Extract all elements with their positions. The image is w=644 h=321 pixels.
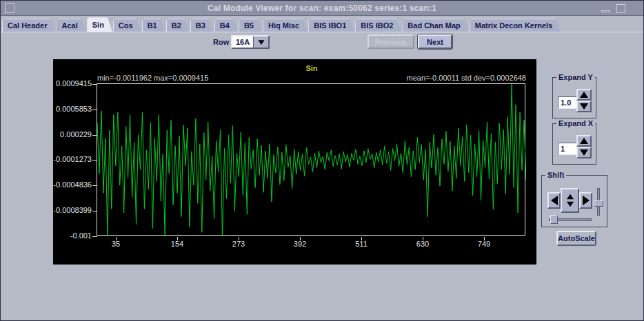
x-axis-label: 630: [409, 240, 436, 248]
y-tick-mark: [92, 160, 97, 160]
tab-bad-chan-map[interactable]: Bad Chan Map: [402, 19, 468, 32]
right-arrow-icon: [583, 196, 590, 205]
y-axis-label: 0.0009415: [52, 79, 92, 87]
x-tick-mark: [239, 237, 239, 240]
plot-panel: Sin min=-0.0011962 max=0.0009415 mean=-0…: [53, 59, 536, 265]
y-axis-label: 0.000229: [52, 130, 92, 138]
x-tick-mark: [484, 237, 485, 240]
x-axis-label: 511: [348, 240, 375, 248]
expand-x-field[interactable]: 1: [558, 143, 576, 155]
window-title: Cal Module Viewer for scan: exam:50062 s…: [1, 3, 643, 13]
y-axis-label: 0.0005853: [52, 105, 92, 113]
minimize-icon[interactable]: [601, 10, 610, 12]
shift-vertical-button[interactable]: [561, 188, 579, 213]
tab-sin[interactable]: Sin: [87, 17, 112, 32]
tab-matrix-decon-kernels[interactable]: Matrix Decon Kernels: [470, 19, 561, 32]
x-axis-label: 273: [225, 240, 252, 248]
x-axis-label: 154: [163, 240, 191, 248]
row-label: Row: [213, 38, 229, 46]
tab-bis-ibo1[interactable]: BIS IBO1: [308, 19, 354, 32]
down-arrow-icon: [566, 202, 573, 207]
tab-bis-ibo2[interactable]: BIS IBO2: [355, 19, 401, 32]
up-arrow-icon: [580, 138, 588, 144]
shift-right-button[interactable]: [579, 192, 592, 209]
dropdown-arrow-icon[interactable]: [253, 37, 268, 48]
y-tick-mark: [92, 185, 97, 186]
expand-y-label: Expand Y: [556, 73, 595, 81]
expand-x-up-button[interactable]: [576, 135, 592, 147]
x-tick-mark: [300, 237, 301, 240]
tab-cal-header[interactable]: Cal Header: [2, 19, 55, 32]
x-tick-mark: [177, 237, 178, 240]
y-axis-label: -0.0008399: [52, 206, 92, 214]
row-dropdown-value: 16A: [232, 37, 253, 48]
shift-left-button[interactable]: [547, 192, 561, 209]
y-tick-mark: [92, 110, 97, 110]
up-arrow-icon: [566, 194, 573, 200]
autoscale-button[interactable]: AutoScale: [556, 231, 596, 246]
expand-y-down-button[interactable]: [576, 101, 592, 112]
previous-button[interactable]: Previous: [368, 34, 414, 49]
down-arrow-icon: [580, 103, 588, 110]
signal-waveform: [97, 84, 526, 236]
y-tick-mark: [92, 236, 97, 237]
title-bar: Cal Module Viewer for scan: exam:50062 s…: [1, 1, 643, 16]
row-dropdown[interactable]: 16A: [231, 35, 270, 49]
expand-y-group: Expand Y 1.0: [552, 77, 596, 118]
tab-acal[interactable]: Acal: [56, 19, 85, 32]
expand-x-group: Expand X 1: [552, 123, 596, 165]
shift-vertical-slider-thumb[interactable]: [594, 200, 603, 207]
left-arrow-icon: [551, 196, 558, 205]
plot-stats-min-max: min=-0.0011962 max=0.0009415: [97, 74, 208, 82]
shift-label: Shift: [545, 171, 566, 179]
tab-b2[interactable]: B2: [166, 19, 190, 32]
x-tick-mark: [361, 237, 362, 240]
shift-horizontal-slider-thumb[interactable]: [550, 215, 558, 224]
x-axis-label: 392: [286, 240, 314, 248]
y-tick-mark: [92, 135, 97, 136]
expand-x-down-button[interactable]: [576, 147, 592, 158]
up-arrow-icon: [580, 92, 588, 98]
tab-b3[interactable]: B3: [190, 19, 214, 32]
app-window: Cal Module Viewer for scan: exam:50062 s…: [0, 0, 644, 321]
plot-title: Sin: [97, 64, 526, 72]
tab-hiq-misc[interactable]: Hiq Misc: [263, 19, 308, 32]
shift-group: Shift: [541, 175, 607, 227]
tab-b5[interactable]: B5: [239, 19, 262, 32]
tab-b1[interactable]: B1: [142, 19, 165, 32]
x-tick-mark: [423, 237, 423, 240]
down-arrow-icon: [580, 149, 588, 156]
tabbar-divider: [1, 32, 644, 32]
y-axis-label: -0.001: [52, 231, 92, 240]
expand-y-field[interactable]: 1.0: [558, 96, 576, 109]
y-axis-label: -0.0001273: [52, 155, 92, 163]
expand-x-label: Expand X: [556, 119, 595, 127]
x-axis-label: 35: [102, 240, 130, 248]
y-tick-mark: [92, 84, 97, 85]
expand-y-up-button[interactable]: [576, 89, 592, 101]
y-tick-mark: [92, 211, 97, 211]
tab-cos[interactable]: Cos: [113, 19, 141, 32]
tab-bar: Cal HeaderAcalSinCosB1B2B3B4B5Hiq MiscBI…: [2, 17, 643, 32]
plot-stats-mean-std: mean=-0.00011 std dev=0.0002648: [407, 74, 527, 82]
next-button[interactable]: Next: [418, 34, 452, 49]
plot-frame: [97, 83, 525, 236]
x-tick-mark: [116, 237, 117, 240]
y-axis-label: -0.0004836: [52, 180, 92, 189]
maximize-icon[interactable]: [616, 4, 625, 13]
x-axis-label: 749: [470, 240, 498, 248]
tab-b4[interactable]: B4: [214, 19, 238, 32]
